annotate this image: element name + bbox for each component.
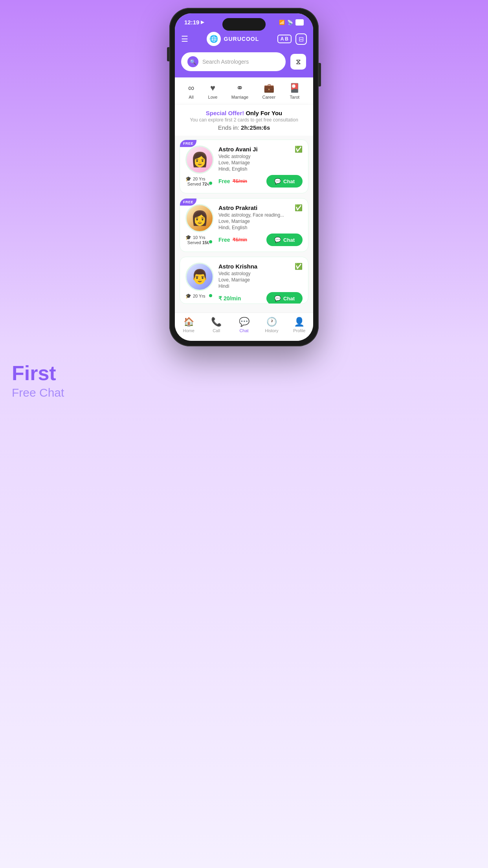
verified-icon-avani: ✅	[295, 145, 303, 153]
languages-prakrati: Hindi, English	[218, 225, 303, 230]
specialty-krishna: Vedic astrology	[218, 271, 303, 276]
category-tarot[interactable]: 🎴 Tarot	[289, 83, 300, 99]
avatar-krishna: 👨	[185, 263, 214, 291]
astro-card-prakrati: FREE 👩 🎓 10 Yrs Served 1566 Astro Prakra…	[180, 198, 308, 252]
graduation-icon-krishna: 🎓	[185, 293, 191, 299]
location-icon: ▶	[201, 20, 204, 25]
astro-name-prakrati: Astro Prakrati	[218, 204, 257, 211]
card-info-avani: Astro Avani Ji ✅ Vedic astrology Love, M…	[218, 145, 303, 188]
card-header-krishna: Astro Krishna ✅	[218, 263, 303, 270]
areas-krishna: Love, Marriage	[218, 277, 303, 283]
offer-timer: Ends in: 2h:25m:6s	[183, 124, 305, 131]
languages-krishna: Hindi	[218, 283, 303, 289]
areas-avani: Love, Marriage	[218, 160, 303, 166]
nav-call[interactable]: 📞 Call	[202, 317, 230, 333]
marriage-icon: ⚭	[236, 83, 243, 93]
card-info-prakrati: Astro Prakrati ✅ Vedic astrology, Face r…	[218, 204, 303, 246]
love-icon: ♥	[210, 83, 215, 93]
signal-icon: 📶	[279, 20, 285, 25]
astrologers-list: FREE 👩 🎓 20 Yrs Served 7245 Astro Avani …	[175, 136, 313, 313]
price-area-avani: Free ₹6/min	[218, 178, 247, 184]
wifi-icon: 📡	[287, 20, 293, 25]
bottom-navigation: 🏠 Home 📞 Call 💬 Chat 🕐 History 👤 Profile	[175, 313, 313, 341]
graduation-icon-prakrati: 🎓	[185, 235, 191, 240]
card-info-krishna: Astro Krishna ✅ Vedic astrology Love, Ma…	[218, 263, 303, 304]
all-icon: ∞	[188, 83, 194, 93]
call-label: Call	[213, 328, 220, 333]
price-area-krishna: ₹ 20/min	[218, 295, 241, 302]
promo-title: First	[12, 362, 161, 384]
years-krishna: 20 Yrs	[193, 294, 205, 298]
tarot-icon: 🎴	[289, 83, 300, 93]
chat-icon-krishna: 💬	[274, 295, 281, 302]
price-original-avani: ₹6/min	[233, 178, 247, 184]
marriage-label: Marriage	[231, 95, 248, 99]
logo-area: 🌐 GURUCOOL	[207, 32, 259, 46]
chat-button-krishna[interactable]: 💬 Chat	[266, 292, 303, 304]
avatar-avani: 👩	[185, 145, 214, 174]
years-avani: 20 Yrs	[193, 177, 205, 181]
offer-title-rest: Only For You	[246, 110, 282, 116]
logo-circle: 🌐	[207, 32, 221, 46]
astro-card-avani: FREE 👩 🎓 20 Yrs Served 7245 Astro Avani …	[180, 140, 308, 193]
graduation-icon-avani: 🎓	[185, 176, 191, 182]
astro-name-avani: Astro Avani Ji	[218, 146, 258, 153]
search-placeholder: Search Astrologers	[202, 59, 249, 65]
chat-icon-avani: 💬	[274, 178, 281, 184]
special-offer-banner: Special Offer! Only For You You can expl…	[175, 105, 313, 136]
astro-name-krishna: Astro Krishna	[218, 263, 257, 270]
chat-nav-label: Chat	[239, 328, 248, 333]
verified-icon-krishna: ✅	[295, 263, 303, 270]
price-paid-krishna: ₹ 20/min	[218, 295, 241, 302]
online-indicator-krishna	[208, 293, 213, 298]
nav-history[interactable]: 🕐 History	[258, 317, 285, 333]
card-footer-krishna: ₹ 20/min 💬 Chat	[218, 292, 303, 304]
all-label: All	[189, 95, 193, 99]
call-icon: 📞	[211, 317, 222, 327]
nav-profile[interactable]: 👤 Profile	[286, 317, 313, 333]
profile-label: Profile	[293, 328, 305, 333]
promo-section: First Free Chat	[0, 346, 173, 407]
verified-icon-prakrati: ✅	[295, 204, 303, 211]
love-label: Love	[208, 95, 218, 99]
phone-frame: 12:19 ▶ 📶 📡 41 ☰ 🌐 GURUCOOL A B ⊟	[169, 8, 319, 346]
offer-subtitle: You can explore first 2 cards to get fre…	[183, 117, 305, 123]
logo-text: GURUCOOL	[224, 36, 259, 42]
home-label: Home	[183, 328, 194, 333]
astro-card-krishna: 👨 🎓 20 Yrs Astro Krishna ✅ Vedic astrolo…	[180, 257, 308, 304]
category-marriage[interactable]: ⚭ Marriage	[231, 83, 248, 99]
card-header-avani: Astro Avani Ji ✅	[218, 145, 303, 153]
career-label: Career	[262, 95, 275, 99]
phone-screen: 12:19 ▶ 📶 📡 41 ☰ 🌐 GURUCOOL A B ⊟	[175, 13, 313, 341]
promo-subtitle: Free Chat	[12, 386, 161, 399]
search-bar[interactable]: 🔍 Search Astrologers	[181, 52, 286, 71]
categories-bar: ∞ All ♥ Love ⚭ Marriage 💼 Career 🎴 Tarot	[175, 77, 313, 105]
filter-button[interactable]: ⧖	[290, 53, 307, 70]
languages-avani: Hindi, English	[218, 166, 303, 172]
search-section: 🔍 Search Astrologers ⧖	[175, 52, 313, 77]
timer-label: Ends in:	[218, 124, 239, 131]
chat-button-avani[interactable]: 💬 Chat	[266, 175, 303, 188]
category-all[interactable]: ∞ All	[188, 83, 194, 99]
hamburger-menu[interactable]: ☰	[181, 34, 188, 44]
career-icon: 💼	[264, 83, 274, 93]
category-career[interactable]: 💼 Career	[262, 83, 275, 99]
header-right: A B ⊟	[277, 33, 307, 45]
specialty-avani: Vedic astrology	[218, 154, 303, 159]
nav-home[interactable]: 🏠 Home	[175, 317, 202, 333]
chat-label-krishna: Chat	[283, 296, 295, 302]
chat-button-prakrati[interactable]: 💬 Chat	[266, 234, 303, 246]
translate-button[interactable]: A B	[277, 35, 292, 43]
price-free-prakrati: Free	[218, 237, 230, 243]
chat-label-prakrati: Chat	[283, 237, 295, 243]
card-header-prakrati: Astro Prakrati ✅	[218, 204, 303, 211]
timer-value: 2h:25m:6s	[241, 124, 270, 131]
category-love[interactable]: ♥ Love	[208, 83, 218, 99]
price-free-avani: Free	[218, 178, 230, 184]
nav-chat[interactable]: 💬 Chat	[230, 317, 258, 333]
wallet-button[interactable]: ⊟	[295, 33, 307, 45]
card-footer-prakrati: Free ₹6/min 💬 Chat	[218, 234, 303, 246]
specialty-prakrati: Vedic astrology, Face reading...	[218, 212, 303, 218]
card-footer-avani: Free ₹6/min 💬 Chat	[218, 175, 303, 188]
time-display: 12:19	[184, 19, 199, 26]
